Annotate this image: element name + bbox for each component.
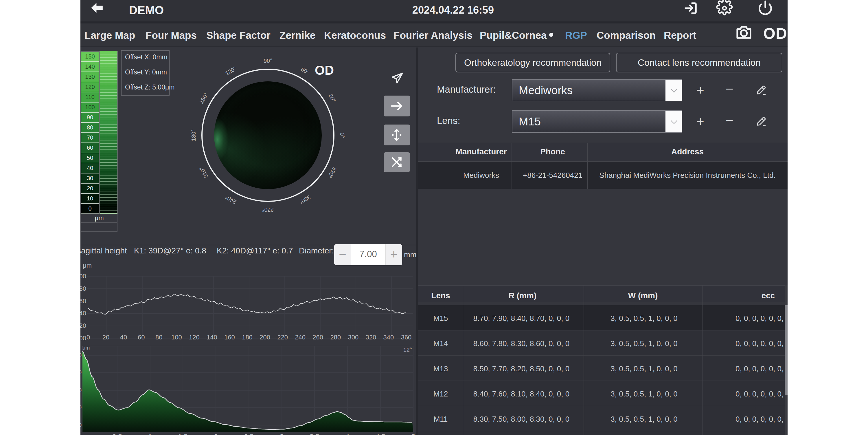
svg-text:30: 30	[81, 387, 82, 393]
svg-text:4: 4	[345, 433, 349, 435]
svg-text:μm: μm	[83, 345, 90, 351]
svg-text:4.5: 4.5	[376, 433, 385, 435]
svg-text:3: 3	[280, 433, 283, 435]
svg-text:40: 40	[81, 370, 82, 375]
svg-text:5: 5	[411, 433, 415, 435]
svg-text:2: 2	[214, 433, 218, 435]
svg-text:2.5: 2.5	[244, 433, 253, 435]
svg-text:12°: 12°	[403, 347, 412, 353]
svg-text:20: 20	[81, 405, 82, 410]
svg-text:1.5: 1.5	[178, 433, 187, 435]
svg-text:10: 10	[81, 422, 82, 428]
svg-text:50: 50	[81, 352, 82, 358]
svg-text:3.5: 3.5	[310, 433, 319, 435]
svg-text:1: 1	[148, 433, 152, 435]
svg-text:0.5: 0.5	[112, 433, 122, 435]
